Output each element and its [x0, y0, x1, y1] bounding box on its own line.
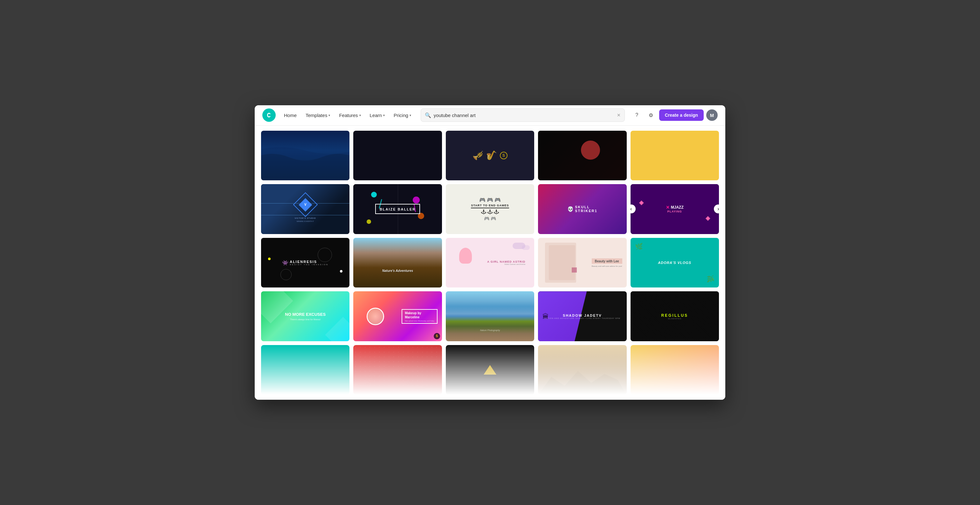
template-card[interactable]: ◈ ◈ ✕ MJAZZ PLAYING ‹ ›	[630, 184, 719, 234]
help-button[interactable]: ?	[631, 109, 643, 121]
template-card[interactable]: A GIRL NAMED ASTRID Video Games and Anim…	[446, 238, 534, 288]
features-chevron-icon: ▾	[359, 113, 361, 117]
nav-home[interactable]: Home	[281, 110, 300, 121]
browser-window: Home Templates ▾ Features ▾ Learn ▾ Pric…	[255, 105, 725, 400]
template-card[interactable]	[630, 131, 719, 181]
template-card[interactable]	[630, 345, 719, 395]
template-card[interactable]	[538, 131, 627, 181]
settings-button[interactable]: ⚙	[645, 109, 657, 121]
learn-chevron-icon: ▾	[383, 113, 385, 117]
template-card[interactable]: Nature Photography	[446, 291, 534, 341]
template-grid: 🎺 🎷 S	[261, 131, 719, 395]
template-card[interactable]: 🎺 🎷 S	[446, 131, 534, 181]
clear-search-icon[interactable]: ✕	[617, 113, 621, 118]
template-card[interactable]: Beauty with Lee Beauty and self-care adv…	[538, 238, 627, 288]
template-card[interactable]	[261, 345, 350, 395]
navbar: Home Templates ▾ Features ▾ Learn ▾ Pric…	[255, 105, 725, 126]
template-card[interactable]: 🏛 SHADOW JADETV ACTION AND ADVENTURE GAM…	[538, 291, 627, 341]
template-card[interactable]: BLAIZE BALLER	[353, 184, 442, 234]
template-card[interactable]	[353, 345, 442, 395]
svg-point-0	[265, 111, 273, 119]
search-bar[interactable]: 🔍 ✕	[421, 108, 625, 122]
nav-features[interactable]: Features ▾	[336, 110, 364, 121]
avatar[interactable]: M	[706, 109, 718, 121]
template-card[interactable]	[538, 345, 627, 395]
template-card[interactable]: 🎮 🎮 🎮 START TO END GAMES 🕹 🕹 🕹 🎮	[446, 184, 534, 234]
template-card[interactable]	[446, 345, 534, 395]
template-card[interactable]: 💀 SKULL STRIKER1	[538, 184, 627, 234]
nav-templates[interactable]: Templates ▾	[302, 110, 333, 121]
nav-learn[interactable]: Learn ▾	[367, 110, 388, 121]
template-card[interactable]	[261, 131, 350, 181]
pricing-chevron-icon: ▾	[410, 113, 411, 117]
search-icon: 🔍	[425, 112, 431, 118]
create-design-button[interactable]: Create a design	[659, 109, 704, 121]
template-card[interactable]: V VICTOR'S STUDIO WINNING IS WORTH IT	[261, 184, 350, 234]
template-card[interactable]	[353, 131, 442, 181]
template-grid-container: 🎺 🎷 S	[255, 126, 725, 400]
nav-pricing[interactable]: Pricing ▾	[390, 110, 414, 121]
template-card[interactable]: Makeup byMarceline New upload every Wedn…	[353, 291, 442, 341]
template-card[interactable]: 👾 ALIENRESIS RESIST THE INVASION	[261, 238, 350, 288]
template-card[interactable]: 🌿 🌿 ADORA'S VLOGS	[630, 238, 719, 288]
template-card[interactable]: NO MORE EXCUSES There's always time for …	[261, 291, 350, 341]
premium-badge: S	[434, 333, 440, 339]
template-card[interactable]: REGILLUS GLADIATES	[630, 291, 719, 341]
templates-chevron-icon: ▾	[328, 113, 330, 117]
search-input[interactable]	[434, 113, 614, 118]
template-card[interactable]: Nature's Adventures	[353, 238, 442, 288]
canva-logo[interactable]	[262, 108, 276, 122]
nav-actions: ? ⚙ Create a design M	[631, 109, 718, 121]
